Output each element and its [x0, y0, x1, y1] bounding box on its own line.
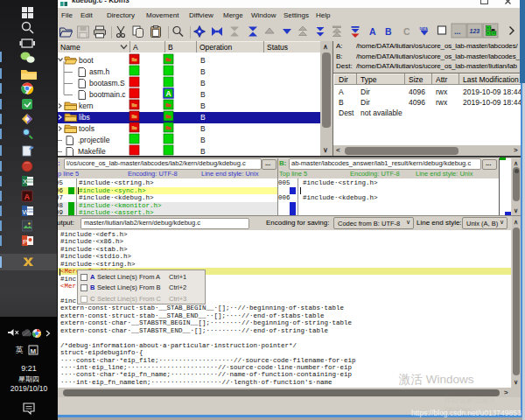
- svg-text:DATA: DATA: [420, 27, 429, 31]
- svg-text:X: X: [23, 178, 28, 186]
- svg-text:W: W: [23, 208, 30, 216]
- svg-text:C: C: [403, 26, 410, 37]
- svg-text:123: 123: [470, 28, 480, 34]
- svg-text:P: P: [23, 238, 27, 246]
- svg-text:...: ...: [454, 27, 461, 36]
- svg-text:A: A: [166, 89, 172, 98]
- svg-text:A: A: [24, 192, 31, 201]
- svg-text:B: B: [385, 26, 392, 37]
- svg-text:A: A: [369, 26, 376, 37]
